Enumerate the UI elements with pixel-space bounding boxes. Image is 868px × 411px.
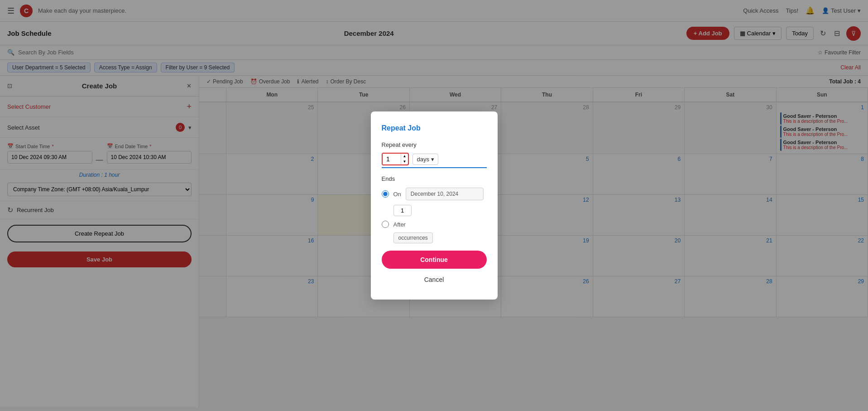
ends-section: Ends On After occurrences: [382, 175, 487, 243]
occurrence-row: [393, 205, 487, 216]
repeat-value-input[interactable]: 1: [383, 154, 401, 164]
occurrence-count-input[interactable]: [393, 205, 412, 216]
after-radio-button[interactable]: [382, 221, 389, 228]
ends-label: Ends: [382, 175, 487, 182]
after-radio-label: After: [393, 221, 406, 228]
continue-button[interactable]: Continue: [382, 251, 487, 269]
on-date-input[interactable]: [406, 188, 484, 200]
spin-up-button[interactable]: ▲: [401, 154, 408, 159]
on-radio-button[interactable]: [382, 190, 389, 198]
repeat-job-modal: Repeat Job Repeat every 1 ▲ ▼ days ▾ End…: [371, 111, 498, 300]
modal-title: Repeat Job: [382, 124, 487, 132]
spin-down-button[interactable]: ▼: [401, 159, 408, 164]
days-chevron-icon: ▾: [431, 156, 434, 163]
repeat-underline: [382, 167, 487, 168]
repeat-value-input-box: 1 ▲ ▼: [382, 153, 409, 165]
repeat-every-row: 1 ▲ ▼ days ▾: [382, 153, 487, 165]
days-dropdown[interactable]: days ▾: [412, 154, 438, 165]
occurrences-row: occurrences: [393, 232, 487, 243]
modal-overlay: Repeat Job Repeat every 1 ▲ ▼ days ▾ End…: [0, 0, 868, 407]
on-radio-row: On: [382, 188, 487, 200]
on-radio-label: On: [393, 191, 401, 198]
occurrences-label: occurrences: [393, 232, 433, 243]
days-label: days: [417, 156, 429, 163]
after-radio-row: After: [382, 221, 487, 228]
cancel-button[interactable]: Cancel: [382, 272, 487, 287]
repeat-every-label: Repeat every: [382, 141, 487, 148]
